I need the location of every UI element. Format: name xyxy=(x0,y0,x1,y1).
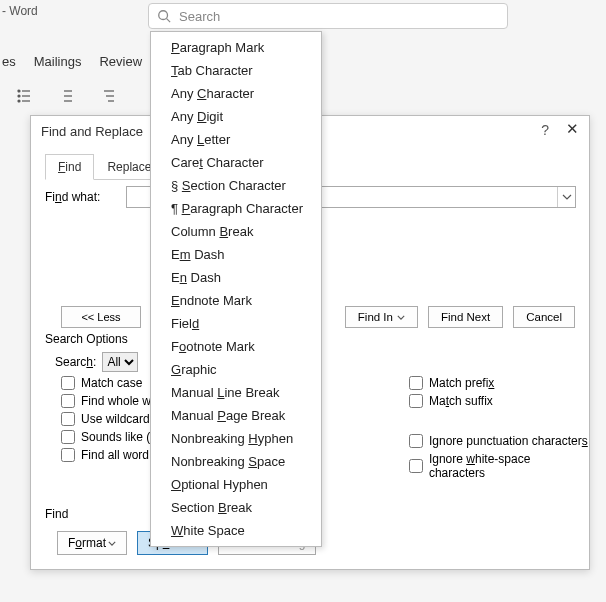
use-wildcards-checkbox[interactable]: Use wildcard xyxy=(61,412,151,426)
close-button[interactable]: ✕ xyxy=(566,120,579,138)
help-button[interactable]: ? xyxy=(541,122,549,138)
special-menu-item[interactable]: Paragraph Mark xyxy=(151,36,321,59)
special-menu-item[interactable]: Manual Line Break xyxy=(151,381,321,404)
tab-find[interactable]: Find xyxy=(45,154,94,180)
chevron-down-icon xyxy=(397,315,405,320)
special-menu-item[interactable]: Caret Character xyxy=(151,151,321,174)
special-menu-item[interactable]: § Section Character xyxy=(151,174,321,197)
special-menu-item[interactable]: White Space xyxy=(151,519,321,542)
cancel-button[interactable]: Cancel xyxy=(513,306,575,328)
options-left-column: Match case Find whole w Use wildcard Sou… xyxy=(61,376,151,462)
find-section-label: Find xyxy=(45,507,68,521)
special-menu-item[interactable]: Endnote Mark xyxy=(151,289,321,312)
find-in-button[interactable]: Find In xyxy=(345,306,418,328)
search-icon xyxy=(157,9,171,23)
special-menu-item[interactable]: Any Character xyxy=(151,82,321,105)
special-menu-item[interactable]: Section Break xyxy=(151,496,321,519)
chevron-down-icon[interactable] xyxy=(557,187,575,207)
ribbon-tabs: es Mailings Review xyxy=(0,54,142,69)
ribbon-tab-review[interactable]: Review xyxy=(99,54,142,69)
special-menu-item[interactable]: Graphic xyxy=(151,358,321,381)
special-menu-item[interactable]: Manual Page Break xyxy=(151,404,321,427)
special-menu-item[interactable]: Footnote Mark xyxy=(151,335,321,358)
options-right-column-top: Match prefix Match suffix xyxy=(409,376,494,408)
action-buttons: Find In Find Next Cancel xyxy=(345,306,575,328)
special-menu-item[interactable]: Em Dash xyxy=(151,243,321,266)
dialog-title: Find and Replace xyxy=(41,124,143,139)
svg-line-1 xyxy=(167,19,171,23)
dialog-tabs: Find Replace xyxy=(45,154,165,180)
special-dropdown-menu: Paragraph MarkTab CharacterAny Character… xyxy=(150,31,322,547)
special-menu-item[interactable]: Optional Hyphen xyxy=(151,473,321,496)
search-direction-label: Search: xyxy=(55,355,96,369)
svg-point-6 xyxy=(18,100,20,102)
special-menu-item[interactable]: En Dash xyxy=(151,266,321,289)
search-box[interactable]: Search xyxy=(148,3,508,29)
special-menu-item[interactable]: Nonbreaking Space xyxy=(151,450,321,473)
special-menu-item[interactable]: Any Letter xyxy=(151,128,321,151)
find-next-button[interactable]: Find Next xyxy=(428,306,503,328)
match-prefix-checkbox[interactable]: Match prefix xyxy=(409,376,494,390)
match-suffix-checkbox[interactable]: Match suffix xyxy=(409,394,494,408)
search-placeholder: Search xyxy=(179,9,220,24)
search-direction-select[interactable]: All xyxy=(102,352,138,372)
special-menu-item[interactable]: Any Digit xyxy=(151,105,321,128)
numbering-icon[interactable] xyxy=(56,86,80,106)
special-menu-item[interactable]: Field xyxy=(151,312,321,335)
sounds-like-checkbox[interactable]: Sounds like ( xyxy=(61,430,151,444)
match-case-checkbox[interactable]: Match case xyxy=(61,376,151,390)
svg-point-0 xyxy=(159,11,168,20)
ignore-punctuation-checkbox[interactable]: Ignore punctuation characters xyxy=(409,434,589,448)
search-options-label: Search Options xyxy=(45,332,128,346)
find-whole-words-checkbox[interactable]: Find whole w xyxy=(61,394,151,408)
svg-point-4 xyxy=(18,95,20,97)
special-menu-item[interactable]: Tab Character xyxy=(151,59,321,82)
app-title: - Word xyxy=(0,4,38,18)
search-direction: Search: All xyxy=(55,352,138,372)
format-button[interactable]: Format xyxy=(57,531,127,555)
ignore-whitespace-checkbox[interactable]: Ignore white-space characters xyxy=(409,452,589,480)
chevron-down-icon xyxy=(108,541,116,546)
options-right-column-bottom: Ignore punctuation characters Ignore whi… xyxy=(409,434,589,480)
special-menu-item[interactable]: ¶ Paragraph Character xyxy=(151,197,321,220)
bullets-icon[interactable] xyxy=(14,86,38,106)
special-menu-item[interactable]: Nonbreaking Hyphen xyxy=(151,427,321,450)
ribbon-tab-mailings[interactable]: Mailings xyxy=(34,54,82,69)
svg-point-2 xyxy=(18,90,20,92)
multilevel-list-icon[interactable] xyxy=(98,86,122,106)
less-button[interactable]: << Less xyxy=(61,306,141,328)
special-menu-item[interactable]: Column Break xyxy=(151,220,321,243)
ribbon-tab-partial[interactable]: es xyxy=(2,54,16,69)
ribbon-toolbar xyxy=(14,86,122,106)
find-what-label: Find what: xyxy=(45,190,100,204)
find-all-word-forms-checkbox[interactable]: Find all word xyxy=(61,448,151,462)
